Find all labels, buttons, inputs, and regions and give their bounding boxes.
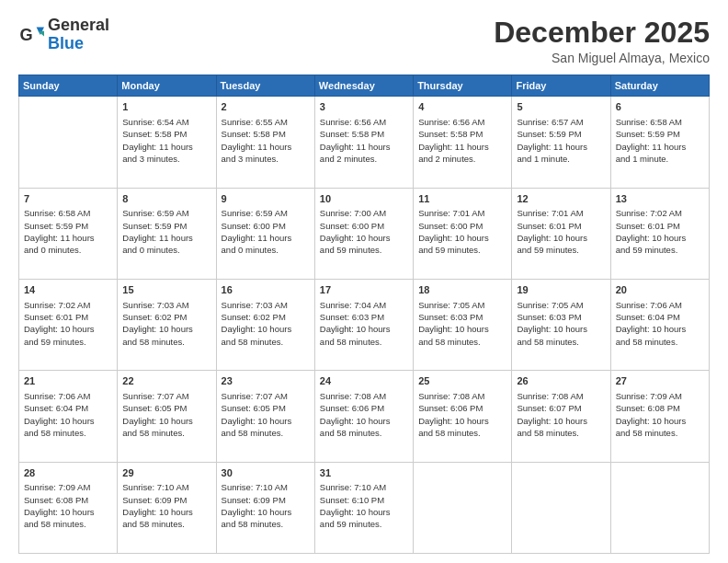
cell-info: Sunrise: 7:10 AM Sunset: 6:10 PM Dayligh… (320, 481, 408, 530)
cell-info: Sunrise: 6:58 AM Sunset: 5:59 PM Dayligh… (616, 116, 704, 165)
cell-date: 25 (418, 374, 506, 388)
calendar-week-2: 14Sunrise: 7:02 AM Sunset: 6:01 PM Dayli… (19, 279, 710, 370)
calendar-cell: 7Sunrise: 6:58 AM Sunset: 5:59 PM Daylig… (19, 188, 118, 279)
cell-date: 12 (517, 192, 605, 206)
calendar-week-4: 28Sunrise: 7:09 AM Sunset: 6:08 PM Dayli… (19, 462, 710, 553)
calendar-cell: 4Sunrise: 6:56 AM Sunset: 5:58 PM Daylig… (414, 97, 512, 188)
cell-info: Sunrise: 7:06 AM Sunset: 6:04 PM Dayligh… (616, 299, 704, 348)
day-header-saturday: Saturday (610, 75, 709, 97)
cell-info: Sunrise: 6:54 AM Sunset: 5:58 PM Dayligh… (122, 116, 210, 165)
location: San Miguel Almaya, Mexico (494, 51, 710, 65)
calendar-cell: 29Sunrise: 7:10 AM Sunset: 6:09 PM Dayli… (118, 462, 216, 553)
cell-date: 16 (222, 283, 310, 297)
calendar-cell: 9Sunrise: 6:59 AM Sunset: 6:00 PM Daylig… (216, 188, 314, 279)
cell-info: Sunrise: 6:56 AM Sunset: 5:58 PM Dayligh… (320, 116, 408, 165)
calendar-cell: 5Sunrise: 6:57 AM Sunset: 5:59 PM Daylig… (512, 97, 610, 188)
cell-date: 8 (122, 192, 210, 206)
cell-info: Sunrise: 7:02 AM Sunset: 6:01 PM Dayligh… (616, 207, 704, 256)
cell-info: Sunrise: 6:58 AM Sunset: 5:59 PM Dayligh… (24, 207, 112, 256)
cell-date: 26 (517, 374, 605, 388)
cell-info: Sunrise: 7:09 AM Sunset: 6:08 PM Dayligh… (24, 481, 112, 530)
cell-date: 11 (418, 192, 506, 206)
cell-date: 29 (122, 466, 210, 480)
calendar-cell: 13Sunrise: 7:02 AM Sunset: 6:01 PM Dayli… (610, 188, 709, 279)
calendar-cell: 12Sunrise: 7:01 AM Sunset: 6:01 PM Dayli… (512, 188, 610, 279)
calendar-cell (512, 462, 610, 553)
cell-info: Sunrise: 7:03 AM Sunset: 6:02 PM Dayligh… (122, 299, 210, 348)
cell-date: 4 (418, 100, 506, 114)
cell-info: Sunrise: 6:59 AM Sunset: 5:59 PM Dayligh… (122, 207, 210, 256)
calendar-week-0: 1Sunrise: 6:54 AM Sunset: 5:58 PM Daylig… (19, 97, 710, 188)
logo-line2: Blue (48, 35, 109, 53)
cell-info: Sunrise: 7:09 AM Sunset: 6:08 PM Dayligh… (616, 390, 704, 439)
calendar-cell (610, 462, 709, 553)
cell-info: Sunrise: 7:08 AM Sunset: 6:07 PM Dayligh… (517, 390, 605, 439)
svg-marker-2 (38, 31, 44, 37)
cell-date: 7 (24, 192, 112, 206)
calendar-cell: 10Sunrise: 7:00 AM Sunset: 6:00 PM Dayli… (314, 188, 413, 279)
cell-info: Sunrise: 7:10 AM Sunset: 6:09 PM Dayligh… (122, 481, 210, 530)
cell-date: 2 (222, 100, 310, 114)
day-header-wednesday: Wednesday (314, 75, 413, 97)
day-header-friday: Friday (512, 75, 610, 97)
calendar-cell: 31Sunrise: 7:10 AM Sunset: 6:10 PM Dayli… (314, 462, 413, 553)
cell-date: 9 (222, 192, 310, 206)
cell-date: 21 (24, 374, 112, 388)
calendar-cell: 22Sunrise: 7:07 AM Sunset: 6:05 PM Dayli… (118, 371, 216, 462)
day-header-thursday: Thursday (414, 75, 512, 97)
cell-date: 31 (320, 466, 408, 480)
cell-date: 1 (122, 100, 210, 114)
cell-date: 17 (320, 283, 408, 297)
calendar-cell: 14Sunrise: 7:02 AM Sunset: 6:01 PM Dayli… (19, 279, 118, 370)
calendar-cell: 28Sunrise: 7:09 AM Sunset: 6:08 PM Dayli… (19, 462, 118, 553)
calendar-cell: 18Sunrise: 7:05 AM Sunset: 6:03 PM Dayli… (414, 279, 512, 370)
cell-info: Sunrise: 6:55 AM Sunset: 5:58 PM Dayligh… (222, 116, 310, 165)
cell-date: 28 (24, 466, 112, 480)
cell-info: Sunrise: 7:01 AM Sunset: 6:01 PM Dayligh… (517, 207, 605, 256)
calendar-cell: 30Sunrise: 7:10 AM Sunset: 6:09 PM Dayli… (216, 462, 314, 553)
cell-date: 20 (616, 283, 704, 297)
calendar-cell (19, 97, 118, 188)
calendar-cell: 1Sunrise: 6:54 AM Sunset: 5:58 PM Daylig… (118, 97, 216, 188)
calendar-cell: 2Sunrise: 6:55 AM Sunset: 5:58 PM Daylig… (216, 97, 314, 188)
cell-info: Sunrise: 7:00 AM Sunset: 6:00 PM Dayligh… (320, 207, 408, 256)
cell-info: Sunrise: 7:06 AM Sunset: 6:04 PM Dayligh… (24, 390, 112, 439)
cell-info: Sunrise: 6:56 AM Sunset: 5:58 PM Dayligh… (418, 116, 506, 165)
cell-info: Sunrise: 7:08 AM Sunset: 6:06 PM Dayligh… (320, 390, 408, 439)
page: G General Blue December 2025 San Miguel … (0, 0, 728, 563)
cell-info: Sunrise: 7:04 AM Sunset: 6:03 PM Dayligh… (320, 299, 408, 348)
calendar-table: SundayMondayTuesdayWednesdayThursdayFrid… (18, 75, 710, 554)
cell-info: Sunrise: 7:05 AM Sunset: 6:03 PM Dayligh… (418, 299, 506, 348)
calendar-header-row: SundayMondayTuesdayWednesdayThursdayFrid… (19, 75, 710, 97)
svg-text:G: G (19, 25, 32, 43)
day-header-sunday: Sunday (19, 75, 118, 97)
calendar-cell: 17Sunrise: 7:04 AM Sunset: 6:03 PM Dayli… (314, 279, 413, 370)
cell-date: 23 (222, 374, 310, 388)
calendar-cell: 19Sunrise: 7:05 AM Sunset: 6:03 PM Dayli… (512, 279, 610, 370)
cell-date: 27 (616, 374, 704, 388)
calendar-cell: 24Sunrise: 7:08 AM Sunset: 6:06 PM Dayli… (314, 371, 413, 462)
cell-date: 15 (122, 283, 210, 297)
calendar-week-1: 7Sunrise: 6:58 AM Sunset: 5:59 PM Daylig… (19, 188, 710, 279)
cell-info: Sunrise: 7:10 AM Sunset: 6:09 PM Dayligh… (222, 481, 310, 530)
cell-info: Sunrise: 7:05 AM Sunset: 6:03 PM Dayligh… (517, 299, 605, 348)
cell-date: 3 (320, 100, 408, 114)
calendar-cell: 25Sunrise: 7:08 AM Sunset: 6:06 PM Dayli… (414, 371, 512, 462)
logo-icon: G (18, 22, 44, 48)
cell-date: 22 (122, 374, 210, 388)
calendar-cell (414, 462, 512, 553)
cell-date: 30 (222, 466, 310, 480)
calendar-cell: 6Sunrise: 6:58 AM Sunset: 5:59 PM Daylig… (610, 97, 709, 188)
calendar-cell: 3Sunrise: 6:56 AM Sunset: 5:58 PM Daylig… (314, 97, 413, 188)
cell-info: Sunrise: 7:01 AM Sunset: 6:00 PM Dayligh… (418, 207, 506, 256)
cell-date: 13 (616, 192, 704, 206)
logo: G General Blue (18, 17, 109, 53)
cell-info: Sunrise: 7:08 AM Sunset: 6:06 PM Dayligh… (418, 390, 506, 439)
month-title: December 2025 (494, 17, 710, 49)
calendar-cell: 8Sunrise: 6:59 AM Sunset: 5:59 PM Daylig… (118, 188, 216, 279)
cell-date: 18 (418, 283, 506, 297)
cell-date: 5 (517, 100, 605, 114)
cell-date: 19 (517, 283, 605, 297)
calendar-cell: 27Sunrise: 7:09 AM Sunset: 6:08 PM Dayli… (610, 371, 709, 462)
cell-date: 14 (24, 283, 112, 297)
